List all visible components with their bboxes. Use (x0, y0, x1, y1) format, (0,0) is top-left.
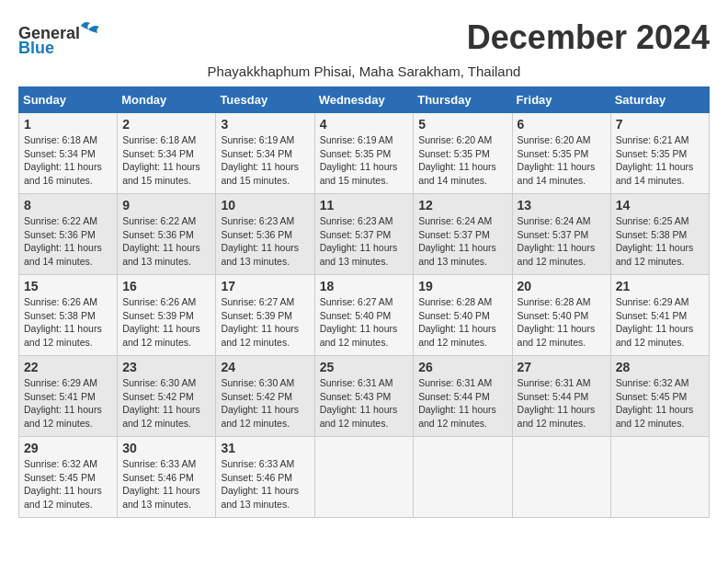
day-number: 8 (24, 198, 112, 213)
table-cell: 27 Sunrise: 6:31 AMSunset: 5:44 PMDaylig… (512, 356, 610, 437)
col-friday: Friday (512, 87, 610, 113)
day-number: 5 (418, 117, 506, 132)
table-row: 1 Sunrise: 6:18 AMSunset: 5:34 PMDayligh… (19, 113, 710, 194)
day-number: 19 (418, 279, 506, 293)
day-number: 4 (320, 117, 409, 132)
table-cell (610, 437, 709, 518)
day-info: Sunrise: 6:20 AMSunset: 5:35 PMDaylight:… (418, 133, 506, 188)
day-info: Sunrise: 6:31 AMSunset: 5:43 PMDaylight:… (320, 376, 409, 431)
day-number: 17 (221, 279, 309, 293)
table-cell: 22 Sunrise: 6:29 AMSunset: 5:41 PMDaylig… (19, 356, 118, 437)
day-info: Sunrise: 6:30 AMSunset: 5:42 PMDaylight:… (122, 376, 210, 431)
day-info: Sunrise: 6:29 AMSunset: 5:41 PMDaylight:… (24, 376, 112, 431)
day-info: Sunrise: 6:30 AMSunset: 5:42 PMDaylight:… (221, 376, 309, 431)
table-cell: 10 Sunrise: 6:23 AMSunset: 5:36 PMDaylig… (216, 194, 314, 275)
table-cell: 25 Sunrise: 6:31 AMSunset: 5:43 PMDaylig… (314, 356, 414, 437)
day-info: Sunrise: 6:32 AMSunset: 5:45 PMDaylight:… (24, 457, 112, 511)
day-info: Sunrise: 6:31 AMSunset: 5:44 PMDaylight:… (418, 376, 506, 431)
table-cell: 12 Sunrise: 6:24 AMSunset: 5:37 PMDaylig… (414, 194, 512, 275)
table-row: 22 Sunrise: 6:29 AMSunset: 5:41 PMDaylig… (19, 356, 710, 437)
day-number: 29 (24, 441, 112, 455)
table-cell: 16 Sunrise: 6:26 AMSunset: 5:39 PMDaylig… (118, 275, 216, 356)
day-info: Sunrise: 6:22 AMSunset: 5:36 PMDaylight:… (24, 214, 112, 269)
table-cell: 2 Sunrise: 6:18 AMSunset: 5:34 PMDayligh… (118, 113, 216, 194)
table-cell: 24 Sunrise: 6:30 AMSunset: 5:42 PMDaylig… (216, 356, 314, 437)
day-number: 30 (122, 441, 210, 455)
col-wednesday: Wednesday (314, 87, 414, 113)
day-info: Sunrise: 6:31 AMSunset: 5:44 PMDaylight:… (518, 376, 606, 431)
day-number: 13 (518, 198, 606, 213)
table-cell: 5 Sunrise: 6:20 AMSunset: 5:35 PMDayligh… (414, 113, 512, 194)
table-cell: 30 Sunrise: 6:33 AMSunset: 5:46 PMDaylig… (118, 437, 216, 518)
table-cell: 8 Sunrise: 6:22 AMSunset: 5:36 PMDayligh… (19, 194, 118, 275)
day-info: Sunrise: 6:18 AMSunset: 5:34 PMDaylight:… (122, 133, 210, 188)
header-row: Sunday Monday Tuesday Wednesday Thursday… (19, 87, 710, 113)
day-info: Sunrise: 6:33 AMSunset: 5:46 PMDaylight:… (221, 457, 309, 511)
day-number: 27 (518, 360, 606, 374)
page-header: General Blue December 2024 (18, 18, 710, 60)
table-cell: 29 Sunrise: 6:32 AMSunset: 5:45 PMDaylig… (19, 437, 118, 518)
day-info: Sunrise: 6:27 AMSunset: 5:39 PMDaylight:… (221, 295, 309, 350)
table-cell: 20 Sunrise: 6:28 AMSunset: 5:40 PMDaylig… (512, 275, 610, 356)
day-number: 12 (418, 198, 506, 213)
table-cell: 1 Sunrise: 6:18 AMSunset: 5:34 PMDayligh… (19, 113, 118, 194)
day-info: Sunrise: 6:29 AMSunset: 5:41 PMDaylight:… (616, 295, 704, 350)
table-cell: 19 Sunrise: 6:28 AMSunset: 5:40 PMDaylig… (414, 275, 512, 356)
table-row: 8 Sunrise: 6:22 AMSunset: 5:36 PMDayligh… (19, 194, 710, 275)
day-number: 11 (320, 198, 409, 213)
logo: General Blue (18, 18, 106, 60)
table-cell: 6 Sunrise: 6:20 AMSunset: 5:35 PMDayligh… (512, 113, 610, 194)
day-info: Sunrise: 6:21 AMSunset: 5:35 PMDaylight:… (616, 133, 704, 188)
day-info: Sunrise: 6:23 AMSunset: 5:37 PMDaylight:… (320, 214, 409, 269)
day-number: 1 (24, 117, 112, 132)
day-number: 18 (320, 279, 409, 293)
table-cell: 15 Sunrise: 6:26 AMSunset: 5:38 PMDaylig… (19, 275, 118, 356)
table-cell: 18 Sunrise: 6:27 AMSunset: 5:40 PMDaylig… (314, 275, 414, 356)
day-info: Sunrise: 6:23 AMSunset: 5:36 PMDaylight:… (221, 214, 309, 269)
table-cell: 17 Sunrise: 6:27 AMSunset: 5:39 PMDaylig… (216, 275, 314, 356)
day-info: Sunrise: 6:18 AMSunset: 5:34 PMDaylight:… (24, 133, 112, 188)
table-cell: 11 Sunrise: 6:23 AMSunset: 5:37 PMDaylig… (314, 194, 414, 275)
table-cell: 3 Sunrise: 6:19 AMSunset: 5:34 PMDayligh… (216, 113, 314, 194)
day-info: Sunrise: 6:26 AMSunset: 5:39 PMDaylight:… (122, 295, 210, 350)
col-thursday: Thursday (414, 87, 512, 113)
table-row: 29 Sunrise: 6:32 AMSunset: 5:45 PMDaylig… (19, 437, 710, 518)
day-info: Sunrise: 6:28 AMSunset: 5:40 PMDaylight:… (418, 295, 506, 350)
day-number: 25 (320, 360, 409, 374)
table-cell: 7 Sunrise: 6:21 AMSunset: 5:35 PMDayligh… (610, 113, 709, 194)
table-cell: 13 Sunrise: 6:24 AMSunset: 5:37 PMDaylig… (512, 194, 610, 275)
day-number: 3 (221, 117, 309, 132)
day-info: Sunrise: 6:19 AMSunset: 5:34 PMDaylight:… (221, 133, 309, 188)
subtitle: Phayakkhaphum Phisai, Maha Sarakham, Tha… (18, 63, 710, 79)
col-saturday: Saturday (610, 87, 709, 113)
logo-svg: General Blue (18, 18, 106, 60)
col-monday: Monday (118, 87, 216, 113)
day-number: 23 (122, 360, 210, 374)
day-number: 28 (616, 360, 704, 374)
day-number: 16 (122, 279, 210, 293)
table-row: 15 Sunrise: 6:26 AMSunset: 5:38 PMDaylig… (19, 275, 710, 356)
day-number: 24 (221, 360, 309, 374)
day-number: 21 (616, 279, 704, 293)
calendar-table: Sunday Monday Tuesday Wednesday Thursday… (18, 86, 710, 518)
day-number: 9 (122, 198, 210, 213)
table-cell: 26 Sunrise: 6:31 AMSunset: 5:44 PMDaylig… (414, 356, 512, 437)
day-number: 6 (518, 117, 606, 132)
month-title: December 2024 (467, 18, 710, 57)
col-tuesday: Tuesday (216, 87, 314, 113)
day-number: 20 (518, 279, 606, 293)
col-sunday: Sunday (19, 87, 118, 113)
table-cell: 28 Sunrise: 6:32 AMSunset: 5:45 PMDaylig… (610, 356, 709, 437)
table-cell (414, 437, 512, 518)
day-number: 15 (24, 279, 112, 293)
table-cell: 4 Sunrise: 6:19 AMSunset: 5:35 PMDayligh… (314, 113, 414, 194)
table-cell (314, 437, 414, 518)
day-number: 22 (24, 360, 112, 374)
day-info: Sunrise: 6:19 AMSunset: 5:35 PMDaylight:… (320, 133, 409, 188)
table-cell: 9 Sunrise: 6:22 AMSunset: 5:36 PMDayligh… (118, 194, 216, 275)
table-cell: 23 Sunrise: 6:30 AMSunset: 5:42 PMDaylig… (118, 356, 216, 437)
day-number: 14 (616, 198, 704, 213)
day-info: Sunrise: 6:24 AMSunset: 5:37 PMDaylight:… (518, 214, 606, 269)
day-number: 10 (221, 198, 309, 213)
day-number: 31 (221, 441, 309, 455)
